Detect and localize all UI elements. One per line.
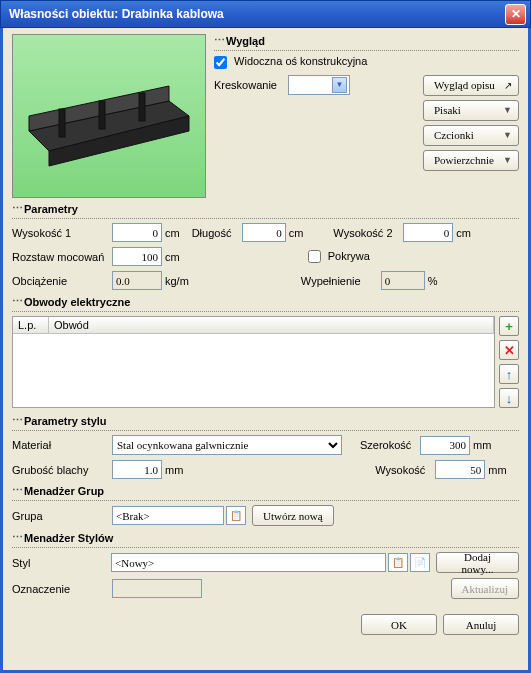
ok-button[interactable]: OK [361,614,437,635]
height-label: Wysokość [375,464,435,476]
update-button[interactable]: Aktualizuj [451,578,519,599]
delete-icon: ✕ [504,343,515,358]
spacing-input[interactable] [112,247,162,266]
desc-appearance-button[interactable]: Wygląd opisu ↗ [423,75,519,96]
arrow-up-icon: ↑ [506,367,513,382]
height2-label: Wysokość 2 [333,227,403,239]
svg-rect-3 [59,109,65,137]
group-mgr-legend: Menadżer Grup [12,484,519,497]
title-bar: Własności obiektu: Drabinka kablowa ✕ [0,0,531,28]
delete-circuit-button[interactable]: ✕ [499,340,519,360]
visible-axis-label: Widoczna oś konstrukcyjna [234,55,367,67]
thickness-input[interactable] [112,460,162,479]
thickness-label: Grubość blachy [12,464,112,476]
cover-checkbox[interactable] [308,250,321,263]
col-circuit: Obwód [49,317,494,333]
mark-label: Oznaczenie [12,583,112,595]
group-input[interactable] [112,506,224,525]
mark-input [112,579,202,598]
surfaces-button[interactable]: Powierzchnie ▼ [423,150,519,171]
group-browse-button[interactable]: 📋 [226,506,246,525]
height1-input[interactable] [112,223,162,242]
fill-input [381,271,425,290]
appearance-legend: Wygląd [214,34,519,47]
circuits-legend: Obwody elektryczne [12,295,519,308]
material-label: Materiał [12,439,112,451]
spacing-label: Rozstaw mocowań [12,251,112,263]
width-input[interactable] [420,436,470,455]
visible-axis-checkbox[interactable] [214,56,227,69]
style-mgr-legend: Menadżer Stylów [12,531,519,544]
create-group-button[interactable]: Utwórz nową [252,505,334,526]
add-style-button[interactable]: Dodaj nowy... [436,552,519,573]
fill-label: Wypełnienie [301,275,381,287]
style-browse1-button[interactable]: 📋 [388,553,408,572]
window-title: Własności obiektu: Drabinka kablowa [9,7,505,21]
svg-rect-5 [139,93,145,121]
close-button[interactable]: ✕ [505,4,526,25]
preview-image [12,34,206,198]
length-input[interactable] [242,223,286,242]
cancel-button[interactable]: Anuluj [443,614,519,635]
plus-icon: + [505,319,513,334]
chevron-down-icon: ▼ [332,77,347,93]
col-lp: L.p. [13,317,49,333]
height-input[interactable] [435,460,485,479]
style-params-legend: Parametry stylu [12,414,519,427]
style-input[interactable] [111,553,386,572]
material-select[interactable]: Stal ocynkowana galwnicznie [112,435,342,455]
arrow-down-icon: ↓ [506,391,513,406]
add-circuit-button[interactable]: + [499,316,519,336]
cover-label: Pokrywa [328,250,370,262]
style-browse2-button[interactable]: 📄 [410,553,430,572]
hatching-label: Kreskowanie [214,79,284,91]
circuits-table[interactable]: L.p. Obwód [12,316,495,408]
hatching-select[interactable]: ▼ [288,75,350,95]
length-label: Długość [192,227,242,239]
move-up-button[interactable]: ↑ [499,364,519,384]
copy-icon: 📄 [414,557,426,568]
svg-rect-4 [99,101,105,129]
folder-icon: 📋 [230,510,242,521]
close-icon: ✕ [511,7,521,21]
height2-input[interactable] [403,223,453,242]
height1-label: Wysokość 1 [12,227,112,239]
chevron-down-icon: ▼ [503,130,512,140]
pens-button[interactable]: Pisaki ▼ [423,100,519,121]
load-label: Obciążenie [12,275,112,287]
chevron-down-icon: ▼ [503,105,512,115]
fonts-button[interactable]: Czcionki ▼ [423,125,519,146]
move-down-button[interactable]: ↓ [499,388,519,408]
cable-ladder-icon [19,61,199,171]
width-label: Szerokość [360,439,420,451]
chevron-down-icon: ▼ [503,155,512,165]
group-label: Grupa [12,510,112,522]
external-icon: ↗ [504,80,512,91]
style-label: Styl [12,557,111,569]
dialog-content: Wygląd Widoczna oś konstrukcyjna Kreskow… [0,28,531,673]
list-icon: 📋 [392,557,404,568]
parameters-legend: Parametry [12,202,519,215]
load-input [112,271,162,290]
